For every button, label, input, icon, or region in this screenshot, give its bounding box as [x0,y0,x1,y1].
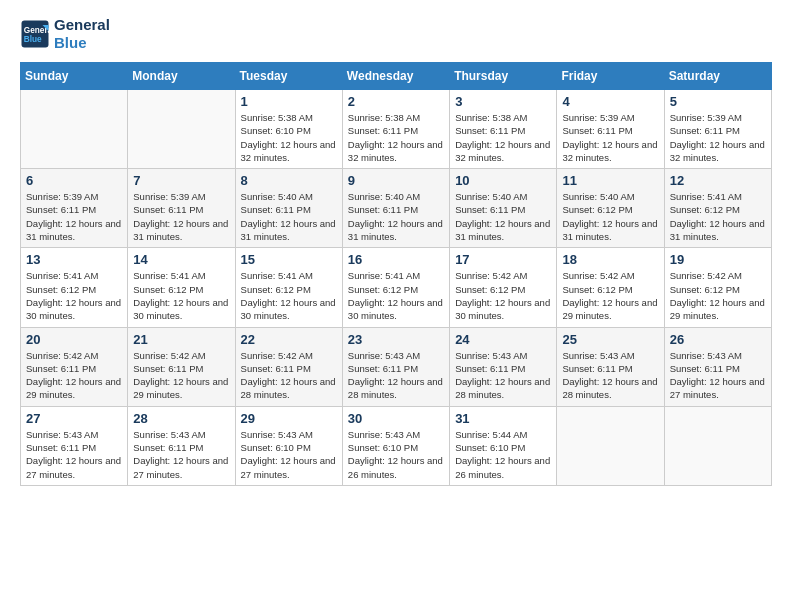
calendar-week-row: 27Sunrise: 5:43 AM Sunset: 6:11 PM Dayli… [21,406,772,485]
day-number: 26 [670,332,766,347]
calendar-cell: 3Sunrise: 5:38 AM Sunset: 6:11 PM Daylig… [450,90,557,169]
calendar-cell: 20Sunrise: 5:42 AM Sunset: 6:11 PM Dayli… [21,327,128,406]
calendar-cell: 10Sunrise: 5:40 AM Sunset: 6:11 PM Dayli… [450,169,557,248]
calendar-cell: 7Sunrise: 5:39 AM Sunset: 6:11 PM Daylig… [128,169,235,248]
header-friday: Friday [557,63,664,90]
calendar-cell [664,406,771,485]
day-info: Sunrise: 5:42 AM Sunset: 6:12 PM Dayligh… [670,269,766,322]
day-info: Sunrise: 5:39 AM Sunset: 6:11 PM Dayligh… [26,190,122,243]
header-tuesday: Tuesday [235,63,342,90]
day-info: Sunrise: 5:42 AM Sunset: 6:11 PM Dayligh… [241,349,337,402]
calendar-table: SundayMondayTuesdayWednesdayThursdayFrid… [20,62,772,486]
day-number: 8 [241,173,337,188]
calendar-week-row: 6Sunrise: 5:39 AM Sunset: 6:11 PM Daylig… [21,169,772,248]
day-info: Sunrise: 5:38 AM Sunset: 6:11 PM Dayligh… [348,111,444,164]
calendar-cell: 1Sunrise: 5:38 AM Sunset: 6:10 PM Daylig… [235,90,342,169]
calendar-cell: 30Sunrise: 5:43 AM Sunset: 6:10 PM Dayli… [342,406,449,485]
day-info: Sunrise: 5:39 AM Sunset: 6:11 PM Dayligh… [670,111,766,164]
day-number: 1 [241,94,337,109]
calendar-cell: 9Sunrise: 5:40 AM Sunset: 6:11 PM Daylig… [342,169,449,248]
calendar-cell: 8Sunrise: 5:40 AM Sunset: 6:11 PM Daylig… [235,169,342,248]
calendar-cell [21,90,128,169]
day-info: Sunrise: 5:42 AM Sunset: 6:12 PM Dayligh… [455,269,551,322]
calendar-cell [557,406,664,485]
day-info: Sunrise: 5:40 AM Sunset: 6:12 PM Dayligh… [562,190,658,243]
day-number: 16 [348,252,444,267]
day-number: 7 [133,173,229,188]
day-info: Sunrise: 5:43 AM Sunset: 6:10 PM Dayligh… [241,428,337,481]
day-number: 5 [670,94,766,109]
calendar-cell: 24Sunrise: 5:43 AM Sunset: 6:11 PM Dayli… [450,327,557,406]
day-info: Sunrise: 5:43 AM Sunset: 6:11 PM Dayligh… [133,428,229,481]
calendar-cell: 11Sunrise: 5:40 AM Sunset: 6:12 PM Dayli… [557,169,664,248]
day-number: 28 [133,411,229,426]
calendar-cell: 2Sunrise: 5:38 AM Sunset: 6:11 PM Daylig… [342,90,449,169]
day-info: Sunrise: 5:41 AM Sunset: 6:12 PM Dayligh… [241,269,337,322]
day-number: 20 [26,332,122,347]
day-number: 24 [455,332,551,347]
calendar-cell [128,90,235,169]
calendar-cell: 29Sunrise: 5:43 AM Sunset: 6:10 PM Dayli… [235,406,342,485]
calendar-cell: 21Sunrise: 5:42 AM Sunset: 6:11 PM Dayli… [128,327,235,406]
day-number: 17 [455,252,551,267]
header-sunday: Sunday [21,63,128,90]
calendar-cell: 25Sunrise: 5:43 AM Sunset: 6:11 PM Dayli… [557,327,664,406]
calendar-cell: 16Sunrise: 5:41 AM Sunset: 6:12 PM Dayli… [342,248,449,327]
day-number: 25 [562,332,658,347]
calendar-cell: 13Sunrise: 5:41 AM Sunset: 6:12 PM Dayli… [21,248,128,327]
day-info: Sunrise: 5:42 AM Sunset: 6:12 PM Dayligh… [562,269,658,322]
day-number: 9 [348,173,444,188]
day-info: Sunrise: 5:43 AM Sunset: 6:10 PM Dayligh… [348,428,444,481]
day-number: 13 [26,252,122,267]
header-wednesday: Wednesday [342,63,449,90]
day-number: 14 [133,252,229,267]
calendar-cell: 17Sunrise: 5:42 AM Sunset: 6:12 PM Dayli… [450,248,557,327]
calendar-week-row: 13Sunrise: 5:41 AM Sunset: 6:12 PM Dayli… [21,248,772,327]
day-info: Sunrise: 5:40 AM Sunset: 6:11 PM Dayligh… [348,190,444,243]
day-number: 4 [562,94,658,109]
calendar-week-row: 20Sunrise: 5:42 AM Sunset: 6:11 PM Dayli… [21,327,772,406]
day-info: Sunrise: 5:38 AM Sunset: 6:11 PM Dayligh… [455,111,551,164]
calendar-cell: 28Sunrise: 5:43 AM Sunset: 6:11 PM Dayli… [128,406,235,485]
calendar-week-row: 1Sunrise: 5:38 AM Sunset: 6:10 PM Daylig… [21,90,772,169]
calendar-cell: 14Sunrise: 5:41 AM Sunset: 6:12 PM Dayli… [128,248,235,327]
day-number: 6 [26,173,122,188]
calendar-cell: 19Sunrise: 5:42 AM Sunset: 6:12 PM Dayli… [664,248,771,327]
day-number: 11 [562,173,658,188]
calendar-cell: 27Sunrise: 5:43 AM Sunset: 6:11 PM Dayli… [21,406,128,485]
calendar-cell: 15Sunrise: 5:41 AM Sunset: 6:12 PM Dayli… [235,248,342,327]
day-info: Sunrise: 5:43 AM Sunset: 6:11 PM Dayligh… [455,349,551,402]
logo-text-line2: Blue [54,34,110,52]
day-number: 29 [241,411,337,426]
calendar-header-row: SundayMondayTuesdayWednesdayThursdayFrid… [21,63,772,90]
day-number: 18 [562,252,658,267]
day-number: 3 [455,94,551,109]
day-info: Sunrise: 5:43 AM Sunset: 6:11 PM Dayligh… [562,349,658,402]
day-info: Sunrise: 5:41 AM Sunset: 6:12 PM Dayligh… [26,269,122,322]
calendar-cell: 5Sunrise: 5:39 AM Sunset: 6:11 PM Daylig… [664,90,771,169]
day-number: 10 [455,173,551,188]
day-number: 31 [455,411,551,426]
day-number: 21 [133,332,229,347]
logo-icon: General Blue [20,19,50,49]
day-number: 2 [348,94,444,109]
calendar-cell: 12Sunrise: 5:41 AM Sunset: 6:12 PM Dayli… [664,169,771,248]
day-number: 23 [348,332,444,347]
day-info: Sunrise: 5:43 AM Sunset: 6:11 PM Dayligh… [348,349,444,402]
day-info: Sunrise: 5:42 AM Sunset: 6:11 PM Dayligh… [26,349,122,402]
logo-text-line1: General [54,16,110,34]
day-info: Sunrise: 5:41 AM Sunset: 6:12 PM Dayligh… [133,269,229,322]
header-monday: Monday [128,63,235,90]
logo: General Blue General Blue [20,16,110,52]
day-number: 12 [670,173,766,188]
day-info: Sunrise: 5:39 AM Sunset: 6:11 PM Dayligh… [562,111,658,164]
calendar-cell: 6Sunrise: 5:39 AM Sunset: 6:11 PM Daylig… [21,169,128,248]
svg-text:Blue: Blue [24,35,42,44]
day-info: Sunrise: 5:40 AM Sunset: 6:11 PM Dayligh… [241,190,337,243]
calendar-cell: 18Sunrise: 5:42 AM Sunset: 6:12 PM Dayli… [557,248,664,327]
day-number: 30 [348,411,444,426]
day-info: Sunrise: 5:38 AM Sunset: 6:10 PM Dayligh… [241,111,337,164]
day-info: Sunrise: 5:40 AM Sunset: 6:11 PM Dayligh… [455,190,551,243]
day-info: Sunrise: 5:41 AM Sunset: 6:12 PM Dayligh… [348,269,444,322]
page-header: General Blue General Blue [20,16,772,52]
